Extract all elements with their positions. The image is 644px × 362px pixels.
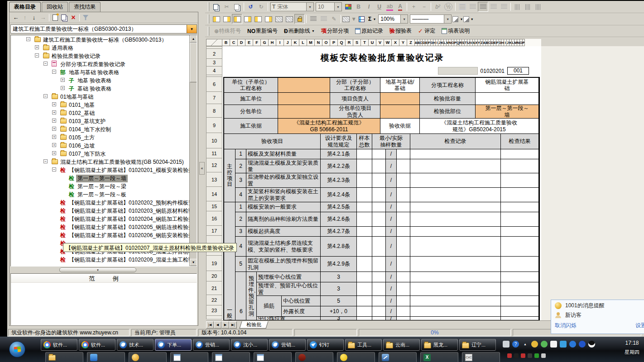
row-number[interactable]: 19: [206, 256, 222, 271]
mini-tray-icon[interactable]: [534, 353, 539, 358]
check-record-cell[interactable]: [410, 173, 501, 188]
fill-pattern-select[interactable]: ▼: [342, 14, 356, 24]
row-number[interactable]: 4: [206, 67, 222, 75]
shading-color-button[interactable]: ▼: [463, 14, 474, 24]
prev-sheet-button[interactable]: ◀: [214, 321, 221, 329]
mini-tray-icon[interactable]: [514, 353, 519, 358]
sample-cell[interactable]: [372, 227, 386, 237]
toolbar-grip[interactable]: [208, 14, 209, 24]
unit-project-value-cell[interactable]: [278, 78, 330, 93]
taskbar-button[interactable]: 云南...: [383, 339, 420, 351]
check-result-cell[interactable]: [501, 282, 539, 296]
tree-item[interactable]: +子基础 验收表格: [11, 84, 197, 92]
sample-total-cell[interactable]: [357, 159, 372, 173]
tree-item[interactable]: 检【钢筋混凝土扩展基础】01020202_预制构件模板安装: [11, 198, 197, 206]
subcontractor-value-cell[interactable]: [278, 105, 330, 119]
check-result-cell[interactable]: [501, 227, 539, 237]
column-header[interactable]: J: [284, 39, 292, 46]
sample-cell[interactable]: [397, 149, 410, 159]
taskbar-button[interactable]: 钉钉: [307, 339, 344, 351]
row-number[interactable]: 22: [206, 295, 222, 305]
select-all-corner[interactable]: [206, 39, 222, 46]
splitter-handle[interactable]: ▼: [59, 267, 136, 272]
column-header[interactable]: M: [307, 39, 315, 46]
column-header[interactable]: K: [292, 39, 299, 46]
line-style-select[interactable]: ——— ▼: [410, 14, 452, 24]
taskbar-button[interactable]: 工具...: [345, 339, 382, 351]
construction-basis-value[interactable]: 《混凝土结构工程施工规范》 GB 50666-2011: [278, 119, 380, 134]
vertical-text-center-button[interactable]: [523, 2, 533, 12]
taskbar-button[interactable]: [45, 352, 83, 362]
tree-item[interactable]: −建筑工程施工质量验收统一标准（GB50300-2013）: [11, 35, 197, 43]
mini-tray-icon[interactable]: [507, 353, 512, 358]
taskbar-button[interactable]: [87, 352, 125, 362]
chat-white-icon[interactable]: [550, 341, 557, 348]
check-record-cell[interactable]: [410, 317, 501, 320]
taskbar-button[interactable]: [295, 352, 333, 362]
mini-tray-icon[interactable]: [528, 353, 532, 358]
zoom-select[interactable]: 100% ▼: [378, 14, 408, 24]
tray-expand-icon[interactable]: ▲: [522, 341, 529, 348]
tree-expander[interactable]: +: [61, 86, 65, 90]
insert-column-left-button[interactable]: [211, 14, 221, 24]
taskbar-button[interactable]: [170, 352, 208, 362]
column-header[interactable]: W: [384, 39, 392, 46]
sample-cell[interactable]: [397, 173, 410, 188]
check-result-cell[interactable]: [501, 202, 539, 212]
green-status-icon[interactable]: [541, 341, 548, 348]
column-header[interactable]: Q: [338, 39, 346, 46]
tree-item[interactable]: 检【钢筋混凝土扩展基础】01020203_钢筋原材料检验批: [11, 206, 197, 214]
align-right-button[interactable]: [488, 2, 499, 12]
column-header[interactable]: E: [245, 39, 253, 46]
sheet-tab-inspection-batch[interactable]: 检验批: [239, 321, 268, 329]
sample-cell[interactable]: [397, 159, 410, 173]
sample-cell[interactable]: [372, 237, 386, 257]
tree-expander[interactable]: −: [26, 37, 30, 41]
tree-expander[interactable]: −: [52, 70, 56, 74]
sample-total-cell[interactable]: [357, 296, 372, 306]
tree-item[interactable]: 检第一层～第一段～板: [11, 190, 197, 198]
check-record-cell[interactable]: [410, 257, 501, 272]
row-number[interactable]: 21: [206, 281, 222, 295]
font-color-button[interactable]: A: [395, 2, 405, 12]
tab-table-catalog[interactable]: 表格目录: [9, 2, 41, 12]
column-header[interactable]: R: [346, 39, 353, 46]
start-button[interactable]: [9, 341, 25, 357]
tree-item[interactable]: +子地基 验收表格: [11, 76, 197, 84]
row-number[interactable]: 10: [206, 133, 222, 148]
scroll-up-button[interactable]: ▲: [190, 35, 197, 43]
taskbar-button[interactable]: [129, 352, 167, 362]
column-header[interactable]: V: [376, 39, 384, 46]
taskbar-button[interactable]: [337, 352, 375, 362]
attach-button[interactable]: ✎: [329, 14, 339, 24]
pattern-b-button[interactable]: [284, 14, 294, 24]
check-record-cell[interactable]: [410, 227, 501, 237]
filter-button[interactable]: [81, 13, 90, 22]
copy-form-button[interactable]: [60, 13, 69, 22]
lock-button[interactable]: [294, 14, 305, 24]
nav-down-button[interactable]: ↓: [29, 13, 38, 22]
check-record-cell[interactable]: [410, 149, 501, 159]
font-size-select[interactable]: 10 ▼: [316, 2, 342, 11]
pm-value-cell[interactable]: [380, 93, 420, 105]
fraction-button[interactable]: ½: [444, 3, 452, 11]
row-number[interactable]: 14: [206, 187, 222, 201]
subitem-button[interactable]: 项分部分项: [321, 27, 349, 35]
help-icon[interactable]: ?: [512, 341, 519, 348]
align-left-button[interactable]: [467, 2, 478, 12]
redo-button[interactable]: ↻: [256, 2, 266, 12]
column-header[interactable]: D: [238, 39, 245, 46]
column-header[interactable]: P: [330, 39, 338, 46]
check-result-cell[interactable]: [501, 159, 539, 173]
bird-icon[interactable]: [569, 341, 576, 348]
tree-item[interactable]: −部地基与基础 验收表格: [11, 68, 197, 76]
dropdown-arrow-button[interactable]: ▼: [187, 25, 197, 33]
renumber-button[interactable]: NO重新编号: [247, 27, 278, 35]
tree-expander[interactable]: −: [43, 94, 48, 98]
line-spacing-increase-button[interactable]: [308, 14, 318, 24]
division-value[interactable]: 地基与基础/ 基础: [380, 78, 420, 93]
sample-cell[interactable]: [372, 188, 386, 202]
dropdown-arrow[interactable]: ▼: [306, 3, 313, 11]
assessment-button[interactable]: ✓ 评定: [418, 27, 435, 35]
row-number[interactable]: 6: [206, 77, 222, 92]
